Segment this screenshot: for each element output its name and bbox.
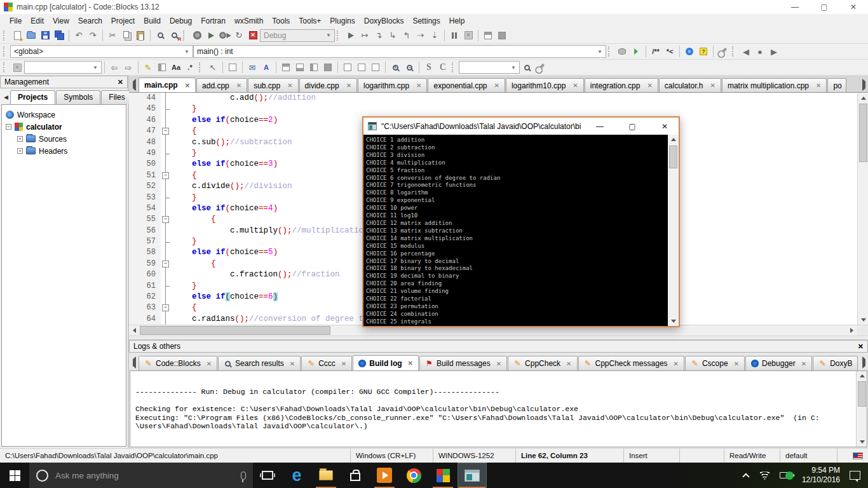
editor-tab-matrix-multiplication.cpp[interactable]: matrix multiplication.cpp✕: [722, 78, 827, 92]
minimize-icon[interactable]: —: [586, 118, 614, 135]
search-options-button[interactable]: [534, 60, 548, 74]
menu-item-wxsmith[interactable]: wxSmith: [230, 17, 268, 25]
tree-item-workspace[interactable]: ⌂ Workspace: [3, 109, 125, 121]
next-instruction-button[interactable]: ⇢: [414, 29, 428, 43]
log-tab-cccc[interactable]: ✎Cccc✕: [301, 356, 352, 370]
task-view-button[interactable]: [253, 463, 282, 488]
fold-collapse-icon[interactable]: −: [162, 216, 169, 223]
redo-button[interactable]: ↷: [86, 29, 100, 43]
tab-close-icon[interactable]: ✕: [416, 82, 421, 89]
selected-text-only-button[interactable]: [155, 60, 169, 74]
maximize-icon[interactable]: ▢: [618, 118, 646, 135]
collapse-icon[interactable]: −: [6, 124, 11, 130]
wx-frame-button[interactable]: [226, 60, 240, 74]
cut-button[interactable]: ✂: [105, 29, 119, 43]
panel-splitter[interactable]: [129, 336, 868, 340]
tree-item-calculator[interactable]: − calculator: [3, 121, 125, 133]
tab-close-icon[interactable]: ✕: [408, 360, 413, 367]
log-tab-cppcheck[interactable]: ✎CppCheck✕: [508, 356, 577, 370]
run-doxygen-button[interactable]: [629, 44, 643, 58]
build-button[interactable]: [190, 29, 204, 43]
taskbar-movies[interactable]: [370, 463, 399, 488]
run-button[interactable]: [204, 29, 218, 43]
tab-close-icon[interactable]: ✕: [185, 82, 190, 89]
match-case-button[interactable]: Aa: [169, 60, 183, 74]
toolbar-grip[interactable]: [183, 30, 187, 41]
menu-item-help[interactable]: Help: [445, 17, 470, 25]
taskbar-codeblocks[interactable]: [428, 463, 458, 488]
taskbar-clock[interactable]: 9:54 PM 12/10/2016: [802, 466, 840, 485]
tab-scroll-left-icon[interactable]: ◀: [2, 94, 10, 100]
tab-close-icon[interactable]: ✕: [734, 360, 739, 367]
taskbar-file-explorer[interactable]: [311, 463, 341, 488]
tab-projects[interactable]: Projects: [10, 90, 55, 104]
toggle-bookmark-button[interactable]: ●: [753, 44, 767, 58]
clear-search-button[interactable]: ✕: [10, 60, 24, 74]
tab-close-icon[interactable]: ✕: [496, 360, 501, 367]
toolbar-grip[interactable]: [3, 46, 8, 57]
scrollbar-thumb[interactable]: [858, 381, 866, 407]
zoom-out-button[interactable]: [402, 60, 416, 74]
wx-pointer-button[interactable]: ↖: [206, 60, 220, 74]
step-into-instruction-button[interactable]: ⇣: [428, 29, 442, 43]
close-icon[interactable]: ✕: [118, 78, 123, 86]
tab-close-icon[interactable]: ✕: [573, 82, 578, 89]
expand-icon[interactable]: +: [17, 136, 23, 142]
scroll-up-icon[interactable]: [668, 135, 679, 144]
menu-item-project[interactable]: Project: [107, 17, 139, 25]
log-tab-debugger[interactable]: Debugger✕: [745, 356, 812, 370]
toolbar-grip[interactable]: [452, 62, 456, 72]
scroll-up-icon[interactable]: [857, 371, 867, 381]
menu-item-debug[interactable]: Debug: [165, 17, 196, 25]
wx-panel-fill-button[interactable]: [321, 60, 335, 74]
menu-item-tools[interactable]: Tools: [268, 17, 294, 25]
console-scrollbar[interactable]: [668, 135, 679, 326]
wx-panel-bottom-button[interactable]: [293, 60, 307, 74]
menu-item-doxyblocks[interactable]: DoxyBlocks: [360, 17, 409, 25]
cortana-search-box[interactable]: Ask me anything: [29, 463, 253, 488]
editor-tab-main.cpp[interactable]: main.cpp✕: [139, 78, 196, 92]
wx-dialog-button[interactable]: ✉: [245, 60, 259, 74]
menu-item-search[interactable]: Search: [74, 17, 107, 25]
scroll-right-icon[interactable]: [846, 326, 857, 336]
fold-collapse-icon[interactable]: −: [162, 261, 169, 268]
tree-item-headers[interactable]: + Headers: [3, 145, 125, 157]
microphone-icon[interactable]: [241, 471, 246, 480]
wx-container-button[interactable]: C: [436, 60, 450, 74]
close-icon[interactable]: ✕: [651, 118, 679, 135]
build-and-run-button[interactable]: [218, 29, 232, 43]
tab-symbols[interactable]: Symbols: [56, 90, 100, 104]
scroll-down-icon[interactable]: [858, 315, 868, 325]
highlight-occurrences-button[interactable]: ✎: [141, 60, 155, 74]
search-prev-button[interactable]: ⇦: [107, 60, 121, 74]
console-title-bar[interactable]: "C:\Users\Fahad\Downloads\Talal Javaid\O…: [363, 118, 679, 135]
break-debugger-button[interactable]: [447, 29, 461, 43]
wx-sizer-button[interactable]: S: [422, 60, 436, 74]
tab-close-icon[interactable]: ✕: [341, 360, 346, 367]
open-button[interactable]: [24, 29, 38, 43]
find-button[interactable]: [153, 29, 167, 43]
debug-continue-button[interactable]: [344, 29, 358, 43]
tab-close-icon[interactable]: ✕: [674, 360, 679, 367]
tab-close-icon[interactable]: ✕: [710, 82, 715, 89]
editor-tab-add.cpp[interactable]: add.cpp✕: [196, 78, 247, 92]
tab-close-icon[interactable]: ✕: [346, 82, 351, 89]
paste-button[interactable]: [133, 29, 147, 43]
log-tab-search-results[interactable]: Search results✕: [218, 356, 301, 370]
menu-item-fortran[interactable]: Fortran: [196, 17, 230, 25]
toolbar-grip[interactable]: [3, 30, 8, 41]
minimize-icon[interactable]: —: [780, 0, 810, 14]
symbol-search-input[interactable]: ▼: [459, 61, 520, 74]
toolbar-grip[interactable]: [3, 62, 8, 72]
tab-close-icon[interactable]: ✕: [494, 82, 499, 89]
tab-scroll-left-icon[interactable]: [130, 81, 139, 88]
wx-text-button[interactable]: A: [259, 60, 273, 74]
taskbar-edge[interactable]: e: [282, 463, 311, 488]
editor-tab-logarithm10.cpp[interactable]: logarithm10.cpp✕: [506, 78, 584, 92]
menu-item-tools-[interactable]: Tools+: [294, 17, 325, 25]
editor-tab-po[interactable]: po: [827, 78, 846, 92]
zoom-in-button[interactable]: [388, 60, 402, 74]
rebuild-button[interactable]: ↻: [232, 29, 246, 43]
menu-item-build[interactable]: Build: [139, 17, 165, 25]
copy-button[interactable]: [119, 29, 133, 43]
